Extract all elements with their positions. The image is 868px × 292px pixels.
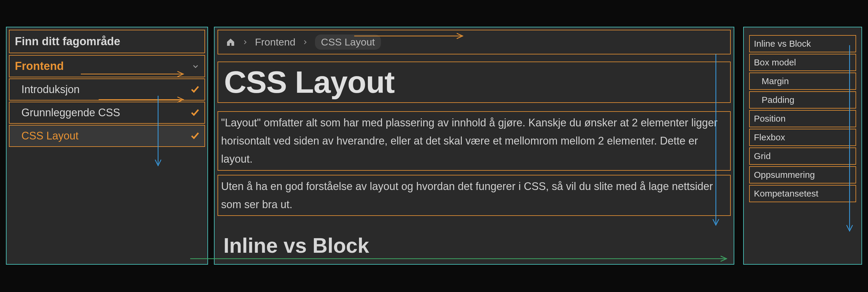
chevron-down-icon (192, 63, 199, 70)
toc-item-padding[interactable]: Padding (749, 91, 856, 109)
toc-item-margin[interactable]: Margin (749, 72, 856, 90)
check-icon (190, 108, 199, 117)
breadcrumb-item-frontend[interactable]: Frontend (255, 36, 296, 48)
sidebar-item-label: Grunnleggende CSS (21, 107, 120, 119)
intro-paragraph-1: "Layout" omfatter alt som har med plasse… (218, 111, 731, 171)
sidebar-item-css-layout[interactable]: CSS Layout (9, 125, 205, 147)
sidebar-item-introduksjon[interactable]: Introduksjon (9, 79, 205, 100)
toc-item-oppsummering[interactable]: Oppsummering (749, 166, 856, 183)
app-layout: Finn ditt fagområde Frontend Introduksjo… (0, 24, 868, 268)
toc-item-position[interactable]: Position (749, 110, 856, 127)
sidebar-item-label: Introduksjon (21, 83, 80, 96)
check-icon (190, 85, 199, 94)
toc-item-inline-vs-block[interactable]: Inline vs Block (749, 35, 856, 52)
sidebar-category-frontend[interactable]: Frontend (9, 55, 205, 77)
home-icon[interactable] (226, 37, 235, 47)
breadcrumb-item-current[interactable]: CSS Layout (315, 34, 381, 50)
table-of-contents: Inline vs Block Box model Margin Padding… (743, 27, 862, 265)
breadcrumb: Frontend CSS Layout (218, 30, 731, 54)
toc-item-grid[interactable]: Grid (749, 147, 856, 165)
sidebar-title: Finn ditt fagområde (9, 30, 205, 53)
sidebar-item-label: CSS Layout (21, 129, 79, 142)
check-icon (190, 132, 199, 140)
chevron-right-icon (303, 39, 308, 45)
toc-item-kompetansetest[interactable]: Kompetansetest (749, 185, 856, 202)
navigation-sidebar: Finn ditt fagområde Frontend Introduksjo… (6, 27, 208, 265)
toc-item-flexbox[interactable]: Flexbox (749, 129, 856, 146)
intro-paragraph-2: Uten å ha en god forståelse av layout og… (218, 175, 731, 216)
section-heading-inline-vs-block: Inline vs Block (218, 234, 731, 258)
sidebar-item-grunnleggende-css[interactable]: Grunnleggende CSS (9, 102, 205, 124)
page-title: CSS Layout (218, 62, 731, 103)
main-content: Frontend CSS Layout CSS Layout "Layout" … (214, 27, 734, 265)
category-label: Frontend (15, 60, 64, 72)
toc-item-box-model[interactable]: Box model (749, 54, 856, 71)
chevron-right-icon (243, 39, 248, 45)
